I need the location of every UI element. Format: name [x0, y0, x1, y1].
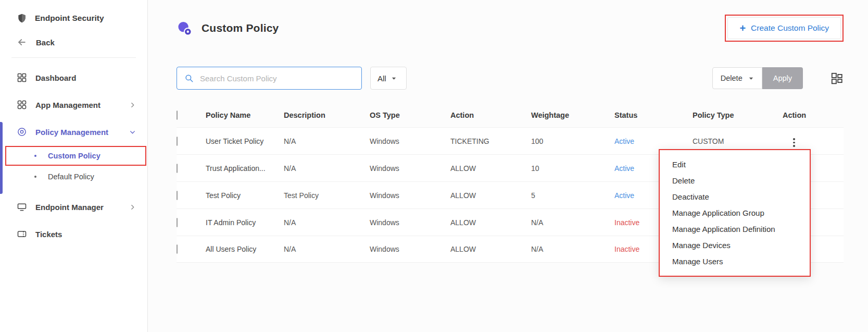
description-cell: N/A	[284, 137, 370, 145]
row-checkbox[interactable]	[177, 137, 178, 146]
column-header: Action	[450, 111, 531, 119]
os-type-cell: Windows	[370, 164, 450, 173]
column-header: Action	[778, 111, 844, 119]
action-cell: ALLOW	[450, 218, 531, 227]
filter-dropdown[interactable]: All	[370, 67, 407, 90]
row-checkbox[interactable]	[177, 164, 178, 173]
row-actions-kebab-icon[interactable]	[791, 136, 797, 149]
dashboard-icon	[17, 72, 27, 83]
active-section-accent-bar	[0, 122, 3, 194]
grid-view-icon[interactable]	[830, 71, 844, 85]
sidebar-divider	[11, 57, 136, 58]
menu-item-manage-application-group[interactable]: Manage Application Group	[660, 205, 810, 221]
app-brand-label: Endpoint Security	[35, 14, 104, 23]
caret-down-icon	[748, 76, 754, 81]
bulk-action-dropdown[interactable]: Delete	[712, 67, 762, 89]
policy-name-cell: Test Policy	[206, 191, 284, 200]
app-window: Endpoint Security Back Dashboard	[0, 0, 868, 332]
search-input[interactable]	[200, 74, 354, 83]
row-actions-menu: Edit Delete Deactivate Manage Applicatio…	[659, 149, 811, 277]
table-header-row: Policy Name Description OS Type Action W…	[177, 103, 844, 127]
chevron-right-icon	[129, 102, 136, 108]
monitor-icon	[17, 202, 27, 212]
select-all-checkbox[interactable]	[177, 110, 178, 120]
app-management-icon	[17, 100, 27, 110]
sidebar-item-dashboard[interactable]: Dashboard	[0, 64, 147, 91]
page-title: Custom Policy	[202, 22, 279, 34]
column-header: Description	[284, 111, 370, 119]
column-header: Weightage	[531, 111, 614, 119]
chevron-down-icon	[129, 129, 136, 136]
create-button-label: Create Custom Policy	[751, 23, 829, 33]
sidebar-item-label: Policy Management	[35, 128, 108, 137]
bullet-icon	[34, 176, 36, 178]
menu-item-deactivate[interactable]: Deactivate	[660, 189, 810, 205]
caret-down-icon	[391, 76, 397, 81]
bullet-icon	[34, 155, 36, 157]
column-header: OS Type	[370, 111, 450, 119]
os-type-cell: Windows	[370, 137, 450, 145]
menu-item-manage-application-definition[interactable]: Manage Application Definition	[660, 221, 810, 237]
action-cell: ALLOW	[450, 191, 531, 200]
sidebar-item-label: Dashboard	[35, 73, 76, 82]
column-header: Policy Name	[206, 111, 284, 119]
description-cell: Test Policy	[284, 191, 370, 200]
policy-name-cell: IT Admin Policy	[206, 218, 284, 227]
action-cell: TICKETING	[450, 137, 531, 145]
policy-name-cell: User Ticket Policy	[206, 137, 284, 145]
sidebar-item-endpoint-manager[interactable]: Endpoint Manager	[0, 193, 147, 220]
annotation-box-create-button: + Create Custom Policy	[725, 15, 844, 42]
sidebar-subitem-label: Default Policy	[48, 173, 94, 181]
shield-icon	[17, 13, 27, 23]
policy-name-cell: Trust Application...	[206, 164, 284, 173]
weightage-cell: N/A	[531, 245, 614, 253]
bulk-action-value: Delete	[721, 74, 743, 82]
sidebar-item-label: Endpoint Manager	[35, 203, 104, 212]
sidebar-item-tickets[interactable]: Tickets	[0, 220, 147, 248]
status-badge: Active	[614, 137, 693, 145]
menu-item-edit[interactable]: Edit	[660, 156, 810, 173]
os-type-cell: Windows	[370, 245, 450, 253]
sidebar-subitem-label: Custom Policy	[48, 152, 100, 160]
weightage-cell: N/A	[531, 218, 614, 227]
row-checkbox[interactable]	[177, 244, 178, 254]
search-box	[177, 67, 362, 90]
custom-policy-icon	[177, 20, 193, 36]
back-button[interactable]: Back	[0, 33, 147, 51]
back-arrow-icon	[17, 37, 27, 47]
ticket-icon	[17, 229, 27, 239]
sidebar-item-custom-policy[interactable]: Custom Policy	[5, 146, 146, 166]
plus-icon: +	[739, 24, 746, 32]
sidebar-item-app-management[interactable]: App Management	[0, 91, 147, 118]
apply-button[interactable]: Apply	[762, 67, 803, 89]
os-type-cell: Windows	[370, 218, 450, 227]
sidebar: Endpoint Security Back Dashboard	[0, 0, 148, 332]
row-checkbox[interactable]	[177, 191, 178, 200]
description-cell: N/A	[284, 245, 370, 253]
weightage-cell: 5	[531, 191, 614, 200]
apply-label: Apply	[773, 74, 792, 82]
chevron-right-icon	[129, 204, 136, 211]
policy-name-cell: All Users Policy	[206, 245, 284, 253]
sidebar-nav: Dashboard App Management Policy Manageme…	[0, 64, 147, 248]
sidebar-item-policy-management[interactable]: Policy Management	[0, 118, 147, 145]
column-header: Policy Type	[693, 111, 778, 119]
page-header: Custom Policy + Create Custom Policy	[177, 15, 844, 42]
row-checkbox[interactable]	[177, 218, 178, 227]
menu-item-delete[interactable]: Delete	[660, 173, 810, 189]
app-brand: Endpoint Security	[0, 9, 147, 27]
description-cell: N/A	[284, 218, 370, 227]
create-custom-policy-button[interactable]: + Create Custom Policy	[727, 17, 841, 39]
action-cell: ALLOW	[450, 245, 531, 253]
action-cell: ALLOW	[450, 164, 531, 173]
sidebar-item-label: Tickets	[35, 230, 62, 239]
weightage-cell: 10	[531, 164, 614, 173]
menu-item-manage-users[interactable]: Manage Users	[660, 253, 810, 269]
sidebar-item-default-policy[interactable]: Default Policy	[0, 166, 147, 187]
sidebar-item-label: App Management	[35, 101, 100, 109]
policy-type-cell: CUSTOM	[693, 137, 778, 145]
os-type-cell: Windows	[370, 191, 450, 200]
menu-item-manage-devices[interactable]: Manage Devices	[660, 237, 810, 253]
column-header: Status	[614, 111, 693, 119]
policy-management-icon	[17, 127, 27, 137]
